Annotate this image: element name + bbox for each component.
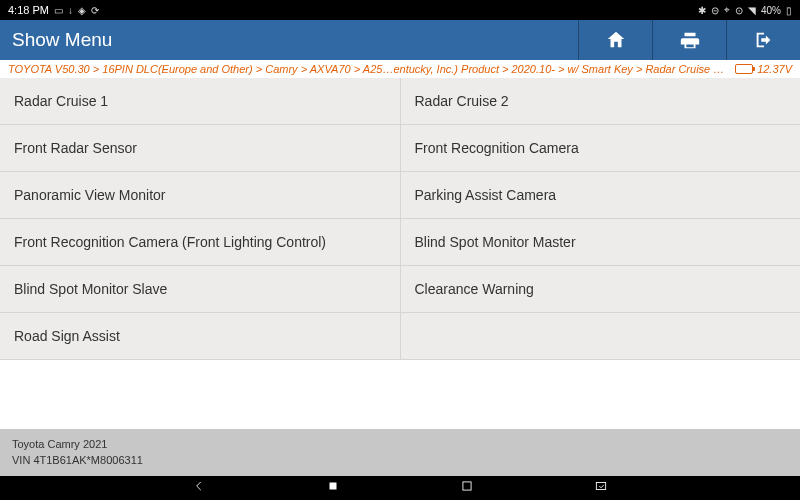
menu-item-front-recognition-camera[interactable]: Front Recognition Camera <box>401 125 801 172</box>
voltage-value: 12.37V <box>757 63 792 75</box>
wifi-weak-icon: ◈ <box>78 5 86 16</box>
exit-button[interactable] <box>726 20 800 60</box>
menu-item-radar-cruise-1[interactable]: Radar Cruise 1 <box>0 78 401 125</box>
back-icon <box>192 479 206 493</box>
battery-icon: ▯ <box>786 5 792 16</box>
menu-item-clearance-warning[interactable]: Clearance Warning <box>401 266 801 313</box>
menu-grid: Radar Cruise 1 Radar Cruise 2 Front Rada… <box>0 78 800 429</box>
menu-item-radar-cruise-2[interactable]: Radar Cruise 2 <box>401 78 801 125</box>
recent-icon <box>460 479 474 493</box>
voltage-indicator: 12.37V <box>735 63 792 75</box>
nav-recent-button[interactable] <box>460 479 474 497</box>
app-toolbar: Show Menu <box>0 20 800 60</box>
page-title: Show Menu <box>12 29 578 51</box>
home-button[interactable] <box>578 20 652 60</box>
battery-pct: 40% <box>761 5 781 16</box>
nav-back-button[interactable] <box>192 479 206 497</box>
print-icon <box>679 29 701 51</box>
menu-row: Radar Cruise 1 Radar Cruise 2 <box>0 78 800 125</box>
toolbar-actions <box>578 20 800 60</box>
square-icon <box>326 479 340 493</box>
menu-row: Road Sign Assist <box>0 313 800 360</box>
nav-home-button[interactable] <box>326 479 340 497</box>
menu-item-front-recognition-camera-lighting[interactable]: Front Recognition Camera (Front Lighting… <box>0 219 401 266</box>
screenshot-icon <box>594 479 608 493</box>
battery-outline-icon <box>735 64 753 74</box>
menu-row: Front Radar Sensor Front Recognition Cam… <box>0 125 800 172</box>
location-icon: ⌖ <box>724 4 730 16</box>
footer-vin: VIN 4T1B61AK*M8006311 <box>12 453 788 468</box>
home-icon <box>605 29 627 51</box>
svg-rect-0 <box>330 483 337 490</box>
menu-item-front-radar-sensor[interactable]: Front Radar Sensor <box>0 125 401 172</box>
menu-item-blind-spot-monitor-master[interactable]: Blind Spot Monitor Master <box>401 219 801 266</box>
svg-rect-1 <box>463 482 471 490</box>
sync-icon: ⟳ <box>91 5 99 16</box>
menu-row: Panoramic View Monitor Parking Assist Ca… <box>0 172 800 219</box>
do-not-disturb-icon: ⊝ <box>711 5 719 16</box>
nav-screenshot-button[interactable] <box>594 479 608 497</box>
breadcrumb-bar: TOYOTA V50.30 > 16PIN DLC(Europe and Oth… <box>0 60 800 78</box>
save-indicator-icon: ▭ <box>54 5 63 16</box>
download-icon: ↓ <box>68 5 73 16</box>
status-time: 4:18 PM <box>8 4 49 16</box>
menu-item-blind-spot-monitor-slave[interactable]: Blind Spot Monitor Slave <box>0 266 401 313</box>
menu-row: Blind Spot Monitor Slave Clearance Warni… <box>0 266 800 313</box>
signal-icon: ◥ <box>748 5 756 16</box>
bluetooth-icon: ✱ <box>698 5 706 16</box>
print-button[interactable] <box>652 20 726 60</box>
breadcrumb: TOYOTA V50.30 > 16PIN DLC(Europe and Oth… <box>8 63 729 75</box>
exit-icon <box>753 29 775 51</box>
menu-row: Front Recognition Camera (Front Lighting… <box>0 219 800 266</box>
footer-vehicle: Toyota Camry 2021 <box>12 437 788 452</box>
android-nav-bar <box>0 476 800 500</box>
menu-item-empty <box>401 313 801 360</box>
menu-item-panoramic-view-monitor[interactable]: Panoramic View Monitor <box>0 172 401 219</box>
footer-bar: Toyota Camry 2021 VIN 4T1B61AK*M8006311 <box>0 429 800 476</box>
rotation-lock-icon: ⊙ <box>735 5 743 16</box>
svg-rect-2 <box>596 483 605 490</box>
menu-item-road-sign-assist[interactable]: Road Sign Assist <box>0 313 401 360</box>
android-status-bar: 4:18 PM ▭ ↓ ◈ ⟳ ✱ ⊝ ⌖ ⊙ ◥ 40% ▯ <box>0 0 800 20</box>
menu-item-parking-assist-camera[interactable]: Parking Assist Camera <box>401 172 801 219</box>
